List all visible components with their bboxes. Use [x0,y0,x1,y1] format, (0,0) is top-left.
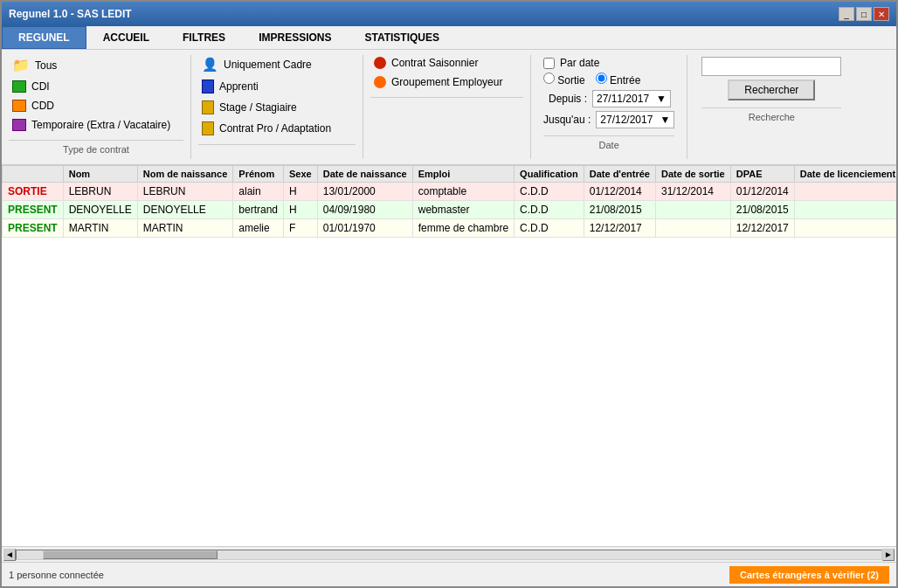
cell-nom-naissance: LEBRUN [137,183,233,201]
cell-date-naissance: 13/01/2000 [317,183,412,201]
cell-prenom: bertrand [233,201,284,219]
cell-nom: DENOYELLE [63,201,137,219]
cell-sexe: F [284,219,318,238]
par-date-row: Par date [543,57,674,69]
section-label-spacer [198,144,356,159]
filter-stage[interactable]: Stage / Stagiaire [198,99,356,116]
divider-4 [687,55,687,159]
scroll-track[interactable] [16,550,882,560]
depuis-input[interactable]: 27/11/2017 ▼ [592,90,671,107]
close-button[interactable]: ✕ [874,7,889,21]
minimize-button[interactable]: _ [839,7,854,21]
filter-stage-label: Stage / Stagiaire [219,101,297,114]
alert-button[interactable]: Cartes étrangères à vérifier (2) [729,566,889,584]
cell-prenom: alain [233,183,284,201]
scroll-right-button[interactable]: ► [882,549,895,561]
col-dpae: DPAE [730,166,794,183]
cell-date-naissance: 01/01/1970 [317,219,412,238]
filter-contrat-saisonnier[interactable]: Contrat Saisonnier [370,55,523,71]
tab-regunel[interactable]: REGUNEL [2,26,86,49]
cell-dpae: 12/12/2017 [730,219,794,238]
col-prenom: Prénom [233,166,284,183]
entree-radio-label[interactable]: Entrée [596,73,641,86]
tab-filtres[interactable]: FILTRES [166,26,242,49]
folder-icon: 📁 [12,57,30,73]
filter-temporaire-label: Temporaire (Extra / Vacataire) [31,119,170,131]
filter-apprenti[interactable]: Apprenti [198,78,356,95]
sortie-radio-label[interactable]: Sortie [543,73,585,86]
cell-prenom: amelie [233,219,284,238]
stage-icon [202,100,214,114]
data-table: Nom Nom de naissance Prénom Sexe Date de… [2,165,896,238]
sortie-entree-row: Sortie Entrée [543,73,674,86]
dropdown-arrow-icon: ▼ [656,93,667,105]
cell-date-sortie [655,219,730,238]
filter-cdd-label: CDD [31,100,54,112]
tab-impressions[interactable]: IMPRESSIONS [242,26,348,49]
dropdown-arrow2-icon: ▼ [660,114,670,126]
cell-date-sortie: 31/12/2014 [655,183,730,201]
col-date-licenciement: Date de licenciement [794,166,896,183]
maximize-button[interactable]: □ [856,7,872,21]
jusquau-input[interactable]: 27/12/2017 ▼ [596,111,674,128]
search-section: Rechercher Recherche [694,55,848,124]
cell-date-entree: 01/12/2014 [584,183,655,201]
depuis-row: Depuis : 27/11/2017 ▼ [543,90,674,107]
col-date-entree: Date d'entrée [584,166,655,183]
tab-accueil[interactable]: ACCUEIL [86,26,166,49]
filter-cdd[interactable]: CDD [9,98,183,114]
scroll-thumb[interactable] [43,550,218,559]
cdd-icon [12,100,26,112]
par-date-checkbox[interactable] [543,58,555,69]
filter-groupement-employeur[interactable]: Groupement Employeur [370,74,523,90]
sortie-radio[interactable] [543,73,555,84]
cell-emploi: comptable [412,183,514,201]
filter-cdi-label: CDI [31,80,50,93]
contract-types-col1: 📁 Tous CDI CDD Temporaire (Extra / Vacat… [9,55,183,155]
filter-tous[interactable]: 📁 Tous [9,55,183,75]
filter-temporaire[interactable]: Temporaire (Extra / Vacataire) [9,117,183,133]
filter-saisonnier-label: Contrat Saisonnier [391,57,478,69]
filter-contrat-pro-label: Contrat Pro / Adaptation [219,122,331,135]
table-row[interactable]: SORTIE LEBRUN LEBRUN alain H 13/01/2000 … [3,183,897,201]
contract-types-col2: 👤 Uniquement Cadre Apprenti Stage / Stag… [198,55,356,159]
filter-contrat-pro[interactable]: Contrat Pro / Adaptation [198,120,356,137]
cell-status: SORTIE [3,183,64,201]
col-status [3,166,64,183]
filter-uniquement-cadre[interactable]: 👤 Uniquement Cadre [198,55,356,74]
scroll-left-button[interactable]: ◄ [3,549,16,561]
horizontal-scrollbar[interactable]: ◄ ► [2,546,896,562]
filter-tous-label: Tous [35,59,57,72]
cell-date-entree: 12/12/2017 [584,219,655,238]
section-label-recherche: Recherche [701,107,841,122]
cell-nom-naissance: MARTIN [137,219,233,238]
table-row[interactable]: PRESENT MARTIN MARTIN amelie F 01/01/197… [3,219,897,238]
apprenti-icon [202,80,214,93]
cell-emploi: webmaster [412,201,514,219]
col-emploi: Emploi [412,166,514,183]
entree-radio[interactable] [596,73,607,84]
groupement-icon [374,76,386,88]
search-button[interactable]: Rechercher [728,80,815,100]
cell-qualification: C.D.D [515,201,584,219]
cell-dpae: 21/08/2015 [730,201,794,219]
cell-date-licenciement [794,219,896,238]
cell-status: PRESENT [3,219,64,238]
cell-qualification: C.D.D [515,183,584,201]
cell-date-licenciement [794,183,896,201]
search-input[interactable] [701,57,841,76]
status-bar: 1 personne connectée Cartes étrangères à… [2,562,896,586]
tab-statistiques[interactable]: STATISTIQUES [348,26,456,49]
menu-bar: REGUNEL ACCUEIL FILTRES IMPRESSIONS STAT… [2,26,896,50]
connected-label: 1 personne connectée [9,570,104,580]
table-row[interactable]: PRESENT DENOYELLE DENOYELLE bertrand H 0… [3,201,897,219]
data-table-container: Nom Nom de naissance Prénom Sexe Date de… [2,165,896,546]
col-nom-naissance: Nom de naissance [137,166,233,183]
cell-sexe: H [284,183,318,201]
cell-nom: LEBRUN [63,183,137,201]
cell-emploi: femme de chambre [412,219,514,238]
filter-cdi[interactable]: CDI [9,79,183,94]
cell-qualification: C.D.D [515,219,584,238]
divider-1 [190,55,191,159]
par-date-label: Par date [560,57,599,69]
